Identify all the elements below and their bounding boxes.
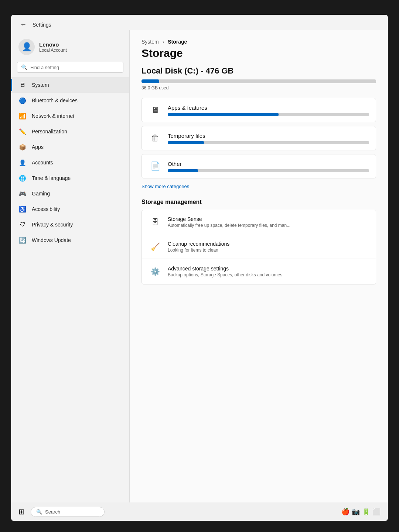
cat-bar-container-apps_features — [168, 113, 369, 116]
breadcrumb-current: Storage — [168, 39, 187, 45]
nav-label-gaming: Gaming — [32, 191, 50, 197]
nav-icon-gaming: 🎮 — [18, 190, 27, 198]
user-info: Lenovo Local Account — [39, 41, 67, 53]
taskbar-search-icon: 🔍 — [36, 509, 42, 515]
nav-icon-apps: 📦 — [18, 143, 27, 151]
sidebar-item-apps[interactable]: 📦 Apps — [11, 139, 129, 155]
nav-label-accessibility: Accessibility — [32, 206, 60, 212]
sidebar-item-bluetooth[interactable]: 🔵 Bluetooth & devices — [11, 93, 129, 108]
nav-label-system: System — [32, 82, 49, 88]
taskbar-tray: 🍎 📷 🔋 ⬜ — [341, 508, 381, 516]
cat-info-other: Other — [168, 161, 369, 172]
cat-icon-other: 📄 — [149, 160, 162, 173]
sidebar: 👤 Lenovo Local Account 🔍 🖥 System 🔵 Blue… — [11, 30, 129, 502]
mgmt-icon-cleanup: 🧹 — [149, 240, 162, 253]
breadcrumb-separator: › — [163, 39, 164, 45]
nav-icon-accessibility: ♿ — [18, 205, 27, 213]
mgmt-desc-advanced: Backup options, Storage Spaces, other di… — [168, 272, 369, 277]
category-card-apps_features[interactable]: 🖥 Apps & features — [141, 98, 376, 122]
show-more-categories[interactable]: Show more categories — [141, 182, 376, 191]
sidebar-item-system[interactable]: 🖥 System — [11, 77, 129, 93]
category-card-temp_files[interactable]: 🗑 Temporary files — [141, 126, 376, 150]
back-button[interactable]: ← — [17, 19, 30, 30]
nav-label-bluetooth: Bluetooth & devices — [32, 98, 78, 103]
categories-list: 🖥 Apps & features 🗑 Temporary files 📄 Ot… — [141, 98, 376, 178]
taskbar-right: 🍎 📷 🔋 ⬜ — [341, 508, 381, 516]
nav-icon-accounts: 👤 — [18, 158, 27, 167]
nav-icon-personalization: ✏️ — [18, 127, 27, 136]
sidebar-item-windows_update[interactable]: 🔄 Windows Update — [11, 232, 129, 248]
search-icon: 🔍 — [21, 64, 27, 70]
task-view-icon[interactable]: ⬜ — [372, 508, 381, 516]
taskbar: ⊞ 🔍 Search 🍎 📷 🔋 ⬜ — [11, 502, 388, 521]
tray-icon-2: 📷 — [352, 508, 360, 516]
mgmt-card-advanced[interactable]: ⚙️ Advanced storage settings Backup opti… — [142, 260, 376, 283]
avatar: 👤 — [18, 39, 35, 55]
cat-info-apps_features: Apps & features — [168, 105, 369, 116]
nav-label-privacy: Privacy & security — [32, 222, 73, 228]
user-name: Lenovo — [39, 41, 67, 48]
mgmt-info-cleanup: Cleanup recommendations Looking for item… — [168, 241, 369, 253]
cat-icon-temp_files: 🗑 — [149, 132, 162, 145]
mgmt-info-advanced: Advanced storage settings Backup options… — [168, 266, 369, 277]
mgmt-desc-storage_sense: Automatically free up space, delete temp… — [168, 223, 369, 228]
user-account-type: Local Account — [39, 48, 67, 53]
sidebar-item-time[interactable]: 🌐 Time & language — [11, 170, 129, 186]
cat-bar-container-temp_files — [168, 141, 369, 144]
sidebar-item-accounts[interactable]: 👤 Accounts — [11, 155, 129, 170]
sidebar-item-accessibility[interactable]: ♿ Accessibility — [11, 201, 129, 217]
cat-info-temp_files: Temporary files — [168, 133, 369, 144]
disk-storage-bar — [141, 79, 376, 83]
breadcrumb: System › Storage — [141, 39, 376, 45]
cat-icon-apps_features: 🖥 — [149, 103, 162, 117]
mgmt-card-cleanup[interactable]: 🧹 Cleanup recommendations Looking for it… — [142, 235, 376, 259]
cat-bar-fill-temp_files — [168, 141, 204, 144]
tray-icon-1: 🍎 — [341, 508, 349, 516]
disk-bar-fill — [141, 79, 159, 83]
mgmt-name-cleanup: Cleanup recommendations — [168, 241, 369, 247]
cat-name-temp_files: Temporary files — [168, 133, 369, 139]
cat-name-other: Other — [168, 161, 369, 167]
disk-label: Local Disk (C:) - 476 GB — [141, 66, 376, 76]
nav-label-apps: Apps — [32, 144, 44, 150]
nav-label-network: Network & internet — [32, 113, 74, 119]
category-card-other[interactable]: 📄 Other — [141, 154, 376, 178]
nav-label-personalization: Personalization — [32, 129, 67, 134]
mgmt-name-advanced: Advanced storage settings — [168, 266, 369, 272]
cat-bar-fill-other — [168, 169, 198, 172]
breadcrumb-parent: System — [141, 39, 159, 45]
storage-management-title: Storage management — [141, 199, 376, 205]
window-title: Settings — [33, 22, 51, 28]
mgmt-card-storage_sense[interactable]: 🗄 Storage Sense Automatically free up sp… — [142, 210, 376, 234]
nav-icon-windows_update: 🔄 — [18, 236, 27, 244]
taskbar-search[interactable]: 🔍 Search — [31, 507, 105, 517]
mgmt-icon-storage_sense: 🗄 — [149, 215, 162, 229]
mgmt-desc-cleanup: Looking for items to clean — [168, 248, 369, 253]
taskbar-search-label[interactable]: Search — [45, 509, 60, 515]
sidebar-item-gaming[interactable]: 🎮 Gaming — [11, 186, 129, 201]
nav-label-accounts: Accounts — [32, 160, 53, 166]
mgmt-name-storage_sense: Storage Sense — [168, 216, 369, 222]
nav-label-windows_update: Windows Update — [32, 237, 71, 243]
tray-icon-3: 🔋 — [362, 508, 370, 516]
nav-icon-time: 🌐 — [18, 174, 27, 182]
settings-search-input[interactable] — [30, 65, 119, 70]
start-button[interactable]: ⊞ — [18, 507, 25, 516]
nav-label-time: Time & language — [32, 175, 71, 181]
sidebar-item-privacy[interactable]: 🛡 Privacy & security — [11, 217, 129, 232]
user-section: 👤 Lenovo Local Account — [11, 34, 129, 62]
mgmt-info-storage_sense: Storage Sense Automatically free up spac… — [168, 216, 369, 228]
page-title: Storage — [141, 47, 376, 59]
content-area: System › Storage Storage Local Disk (C:)… — [129, 30, 388, 502]
nav-icon-bluetooth: 🔵 — [18, 96, 27, 105]
sidebar-item-network[interactable]: 📶 Network & internet — [11, 108, 129, 124]
sidebar-item-personalization[interactable]: ✏️ Personalization — [11, 124, 129, 139]
settings-search-box[interactable]: 🔍 — [17, 62, 123, 73]
disk-used-label: 36.0 GB used — [141, 85, 376, 91]
storage-management-list: 🗄 Storage Sense Automatically free up sp… — [141, 210, 376, 284]
cat-bar-fill-apps_features — [168, 113, 279, 116]
nav-icon-network: 📶 — [18, 112, 27, 120]
cat-bar-container-other — [168, 169, 369, 172]
nav-icon-privacy: 🛡 — [18, 221, 27, 229]
nav-list: 🖥 System 🔵 Bluetooth & devices 📶 Network… — [11, 77, 129, 248]
